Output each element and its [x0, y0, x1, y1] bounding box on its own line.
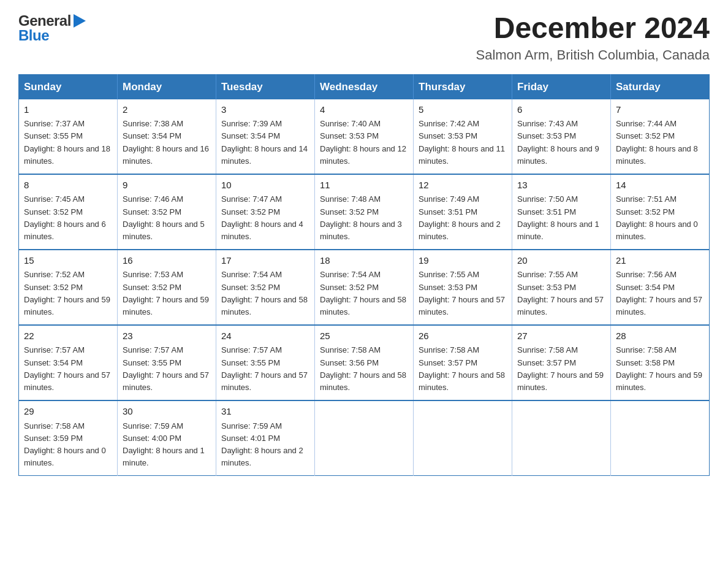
calendar-day-cell: 17Sunrise: 7:54 AMSunset: 3:52 PMDayligh…: [216, 250, 315, 325]
calendar-weekday-header: Tuesday: [216, 74, 315, 99]
day-number: 29: [24, 405, 112, 419]
day-info: Sunrise: 7:51 AMSunset: 3:52 PMDaylight:…: [616, 193, 704, 243]
calendar-day-cell: 29Sunrise: 7:58 AMSunset: 3:59 PMDayligh…: [19, 400, 118, 476]
day-number: 18: [320, 254, 408, 268]
day-info: Sunrise: 7:54 AMSunset: 3:52 PMDaylight:…: [221, 269, 309, 318]
location-subtitle: Salmon Arm, British Columbia, Canada: [476, 47, 710, 63]
calendar-day-cell: 14Sunrise: 7:51 AMSunset: 3:52 PMDayligh…: [611, 174, 710, 250]
day-info: Sunrise: 7:57 AMSunset: 3:55 PMDaylight:…: [123, 344, 211, 394]
calendar-day-cell: 9Sunrise: 7:46 AMSunset: 3:52 PMDaylight…: [118, 174, 216, 250]
day-info: Sunrise: 7:54 AMSunset: 3:52 PMDaylight:…: [320, 269, 408, 318]
calendar-day-cell: 12Sunrise: 7:49 AMSunset: 3:51 PMDayligh…: [414, 174, 512, 250]
day-info: Sunrise: 7:57 AMSunset: 3:55 PMDaylight:…: [221, 344, 309, 394]
day-number: 10: [221, 178, 309, 193]
day-info: Sunrise: 7:58 AMSunset: 3:56 PMDaylight:…: [320, 344, 408, 394]
calendar-day-cell: [315, 400, 414, 476]
day-number: 26: [419, 329, 507, 343]
day-info: Sunrise: 7:58 AMSunset: 3:59 PMDaylight:…: [24, 420, 112, 470]
calendar-day-cell: 24Sunrise: 7:57 AMSunset: 3:55 PMDayligh…: [216, 325, 315, 400]
day-number: 4: [320, 103, 408, 117]
day-number: 5: [419, 103, 507, 117]
day-info: Sunrise: 7:53 AMSunset: 3:52 PMDaylight:…: [123, 269, 211, 318]
calendar-day-cell: 2Sunrise: 7:38 AMSunset: 3:54 PMDaylight…: [118, 99, 216, 174]
day-number: 25: [320, 329, 408, 343]
day-info: Sunrise: 7:50 AMSunset: 3:51 PMDaylight:…: [517, 193, 605, 243]
day-info: Sunrise: 7:47 AMSunset: 3:52 PMDaylight:…: [221, 193, 309, 243]
day-number: 15: [24, 254, 112, 268]
calendar-header-row: SundayMondayTuesdayWednesdayThursdayFrid…: [19, 74, 710, 99]
day-number: 19: [419, 254, 507, 268]
day-number: 24: [221, 329, 309, 343]
day-info: Sunrise: 7:40 AMSunset: 3:53 PMDaylight:…: [320, 118, 408, 167]
calendar-weekday-header: Friday: [512, 74, 611, 99]
calendar-day-cell: 7Sunrise: 7:44 AMSunset: 3:52 PMDaylight…: [611, 99, 710, 174]
calendar-day-cell: 8Sunrise: 7:45 AMSunset: 3:52 PMDaylight…: [19, 174, 118, 250]
day-number: 13: [517, 178, 605, 193]
day-info: Sunrise: 7:38 AMSunset: 3:54 PMDaylight:…: [123, 118, 211, 167]
calendar-weekday-header: Sunday: [19, 74, 118, 99]
calendar-week-row: 15Sunrise: 7:52 AMSunset: 3:52 PMDayligh…: [19, 250, 710, 325]
day-number: 6: [517, 103, 605, 117]
day-info: Sunrise: 7:37 AMSunset: 3:55 PMDaylight:…: [24, 118, 112, 167]
day-info: Sunrise: 7:45 AMSunset: 3:52 PMDaylight:…: [24, 193, 112, 243]
day-number: 20: [517, 254, 605, 268]
calendar-weekday-header: Saturday: [611, 74, 710, 99]
calendar-day-cell: 30Sunrise: 7:59 AMSunset: 4:00 PMDayligh…: [118, 400, 216, 476]
calendar-day-cell: 27Sunrise: 7:58 AMSunset: 3:57 PMDayligh…: [512, 325, 611, 400]
day-number: 30: [123, 405, 211, 419]
day-info: Sunrise: 7:43 AMSunset: 3:53 PMDaylight:…: [517, 118, 605, 167]
day-info: Sunrise: 7:46 AMSunset: 3:52 PMDaylight:…: [123, 193, 211, 243]
calendar-day-cell: 16Sunrise: 7:53 AMSunset: 3:52 PMDayligh…: [118, 250, 216, 325]
day-number: 9: [123, 178, 211, 193]
day-number: 21: [616, 254, 704, 268]
calendar-day-cell: 20Sunrise: 7:55 AMSunset: 3:53 PMDayligh…: [512, 250, 611, 325]
calendar-day-cell: 25Sunrise: 7:58 AMSunset: 3:56 PMDayligh…: [315, 325, 414, 400]
day-number: 23: [123, 329, 211, 343]
logo-blue-text: Blue: [18, 27, 49, 44]
day-info: Sunrise: 7:57 AMSunset: 3:54 PMDaylight:…: [24, 344, 112, 394]
calendar-day-cell: [414, 400, 512, 476]
calendar-day-cell: 1Sunrise: 7:37 AMSunset: 3:55 PMDaylight…: [19, 99, 118, 174]
calendar-day-cell: 19Sunrise: 7:55 AMSunset: 3:53 PMDayligh…: [414, 250, 512, 325]
calendar-day-cell: 4Sunrise: 7:40 AMSunset: 3:53 PMDaylight…: [315, 99, 414, 174]
calendar-day-cell: 10Sunrise: 7:47 AMSunset: 3:52 PMDayligh…: [216, 174, 315, 250]
calendar-weekday-header: Wednesday: [315, 74, 414, 99]
calendar-day-cell: 28Sunrise: 7:58 AMSunset: 3:58 PMDayligh…: [611, 325, 710, 400]
calendar-day-cell: 13Sunrise: 7:50 AMSunset: 3:51 PMDayligh…: [512, 174, 611, 250]
day-number: 7: [616, 103, 704, 117]
day-info: Sunrise: 7:48 AMSunset: 3:52 PMDaylight:…: [320, 193, 408, 243]
day-info: Sunrise: 7:56 AMSunset: 3:54 PMDaylight:…: [616, 269, 704, 318]
calendar-day-cell: [512, 400, 611, 476]
calendar-week-row: 8Sunrise: 7:45 AMSunset: 3:52 PMDaylight…: [19, 174, 710, 250]
calendar-weekday-header: Monday: [118, 74, 216, 99]
day-info: Sunrise: 7:59 AMSunset: 4:00 PMDaylight:…: [123, 420, 211, 470]
day-info: Sunrise: 7:44 AMSunset: 3:52 PMDaylight:…: [616, 118, 704, 167]
day-info: Sunrise: 7:55 AMSunset: 3:53 PMDaylight:…: [419, 269, 507, 318]
calendar-day-cell: 23Sunrise: 7:57 AMSunset: 3:55 PMDayligh…: [118, 325, 216, 400]
day-info: Sunrise: 7:59 AMSunset: 4:01 PMDaylight:…: [221, 420, 309, 470]
calendar-table: SundayMondayTuesdayWednesdayThursdayFrid…: [18, 74, 710, 476]
day-info: Sunrise: 7:58 AMSunset: 3:57 PMDaylight:…: [517, 344, 605, 394]
logo: General Blue: [18, 12, 86, 44]
title-area: December 2024 Salmon Arm, British Columb…: [476, 12, 710, 63]
page-header: General Blue December 2024 Salmon Arm, B…: [18, 12, 710, 63]
day-number: 8: [24, 178, 112, 193]
day-number: 3: [221, 103, 309, 117]
calendar-week-row: 22Sunrise: 7:57 AMSunset: 3:54 PMDayligh…: [19, 325, 710, 400]
day-number: 16: [123, 254, 211, 268]
day-info: Sunrise: 7:42 AMSunset: 3:53 PMDaylight:…: [419, 118, 507, 167]
calendar-day-cell: 31Sunrise: 7:59 AMSunset: 4:01 PMDayligh…: [216, 400, 315, 476]
day-number: 12: [419, 178, 507, 193]
day-info: Sunrise: 7:49 AMSunset: 3:51 PMDaylight:…: [419, 193, 507, 243]
calendar-day-cell: 11Sunrise: 7:48 AMSunset: 3:52 PMDayligh…: [315, 174, 414, 250]
calendar-day-cell: 26Sunrise: 7:58 AMSunset: 3:57 PMDayligh…: [414, 325, 512, 400]
logo-arrow-icon: [74, 14, 86, 28]
calendar-day-cell: 15Sunrise: 7:52 AMSunset: 3:52 PMDayligh…: [19, 250, 118, 325]
day-info: Sunrise: 7:55 AMSunset: 3:53 PMDaylight:…: [517, 269, 605, 318]
day-number: 22: [24, 329, 112, 343]
day-info: Sunrise: 7:52 AMSunset: 3:52 PMDaylight:…: [24, 269, 112, 318]
svg-marker-0: [74, 14, 86, 28]
day-number: 14: [616, 178, 704, 193]
month-title: December 2024: [476, 12, 710, 45]
day-info: Sunrise: 7:58 AMSunset: 3:57 PMDaylight:…: [419, 344, 507, 394]
